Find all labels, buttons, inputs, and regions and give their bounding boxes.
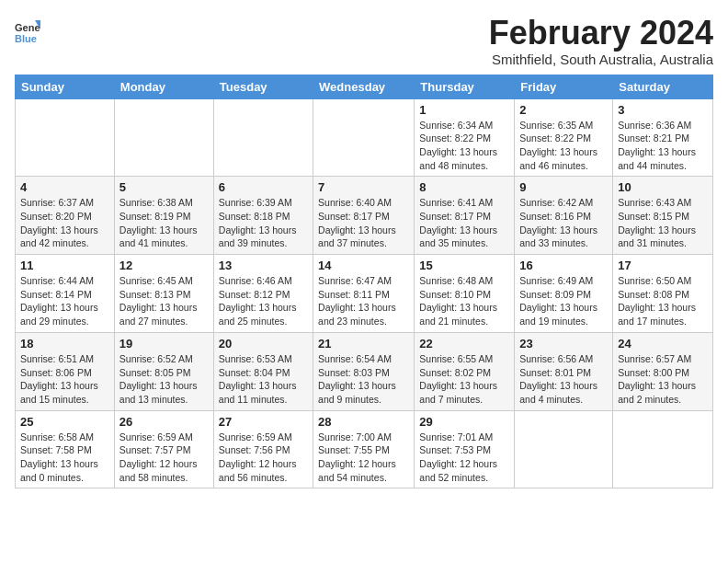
day-detail: Sunrise: 6:52 AM Sunset: 8:05 PM Dayligh… [119, 352, 209, 407]
calendar-cell: 15Sunrise: 6:48 AM Sunset: 8:10 PM Dayli… [415, 255, 515, 333]
day-detail: Sunrise: 6:43 AM Sunset: 8:15 PM Dayligh… [618, 196, 708, 250]
calendar-cell: 18Sunrise: 6:51 AM Sunset: 8:06 PM Dayli… [16, 332, 115, 410]
location-subtitle: Smithfield, South Australia, Australia [489, 52, 713, 67]
day-detail: Sunrise: 6:47 AM Sunset: 8:11 PM Dayligh… [318, 274, 409, 328]
day-detail: Sunrise: 6:54 AM Sunset: 8:03 PM Dayligh… [318, 352, 409, 407]
calendar-cell [613, 410, 713, 488]
day-detail: Sunrise: 6:40 AM Sunset: 8:17 PM Dayligh… [318, 196, 409, 250]
week-row-4: 18Sunrise: 6:51 AM Sunset: 8:06 PM Dayli… [16, 332, 713, 410]
calendar-cell: 28Sunrise: 7:00 AM Sunset: 7:55 PM Dayli… [313, 410, 415, 488]
calendar-cell: 23Sunrise: 6:56 AM Sunset: 8:01 PM Dayli… [515, 332, 613, 410]
day-detail: Sunrise: 6:53 AM Sunset: 8:04 PM Dayligh… [219, 352, 308, 407]
day-number: 6 [219, 180, 308, 194]
calendar-cell: 6Sunrise: 6:39 AM Sunset: 8:18 PM Daylig… [213, 177, 313, 255]
day-number: 20 [219, 337, 308, 350]
day-detail: Sunrise: 6:59 AM Sunset: 7:57 PM Dayligh… [119, 431, 209, 485]
day-detail: Sunrise: 6:55 AM Sunset: 8:02 PM Dayligh… [419, 352, 509, 407]
day-number: 1 [419, 103, 509, 117]
day-number: 26 [119, 415, 209, 429]
day-number: 18 [20, 337, 109, 350]
day-number: 8 [419, 180, 509, 194]
calendar-cell: 24Sunrise: 6:57 AM Sunset: 8:00 PM Dayli… [613, 332, 713, 410]
calendar-cell: 3Sunrise: 6:36 AM Sunset: 8:21 PM Daylig… [613, 98, 713, 177]
calendar-cell: 5Sunrise: 6:38 AM Sunset: 8:19 PM Daylig… [114, 177, 213, 255]
day-number: 29 [419, 415, 509, 429]
day-number: 23 [519, 337, 608, 350]
calendar-cell: 13Sunrise: 6:46 AM Sunset: 8:12 PM Dayli… [213, 255, 313, 333]
day-detail: Sunrise: 6:59 AM Sunset: 7:56 PM Dayligh… [219, 431, 308, 485]
calendar-cell [213, 98, 313, 177]
calendar-cell: 14Sunrise: 6:47 AM Sunset: 8:11 PM Dayli… [313, 255, 415, 333]
month-title: February 2024 [489, 15, 713, 52]
svg-text:Blue: Blue [15, 33, 37, 44]
col-tuesday: Tuesday [213, 75, 313, 98]
day-detail: Sunrise: 6:36 AM Sunset: 8:21 PM Dayligh… [618, 119, 708, 173]
week-row-5: 25Sunrise: 6:58 AM Sunset: 7:58 PM Dayli… [16, 410, 713, 488]
calendar-cell [515, 410, 613, 488]
day-number: 24 [618, 337, 708, 350]
calendar-cell [16, 98, 115, 177]
day-detail: Sunrise: 6:51 AM Sunset: 8:06 PM Dayligh… [20, 352, 109, 407]
title-block: February 2024 Smithfield, South Australi… [489, 15, 713, 67]
day-number: 15 [419, 259, 509, 272]
col-friday: Friday [515, 75, 613, 98]
day-number: 7 [318, 180, 409, 194]
day-detail: Sunrise: 7:01 AM Sunset: 7:53 PM Dayligh… [419, 431, 509, 485]
calendar-cell: 4Sunrise: 6:37 AM Sunset: 8:20 PM Daylig… [16, 177, 115, 255]
day-detail: Sunrise: 6:34 AM Sunset: 8:22 PM Dayligh… [419, 119, 509, 173]
calendar-cell: 16Sunrise: 6:49 AM Sunset: 8:09 PM Dayli… [515, 255, 613, 333]
week-row-3: 11Sunrise: 6:44 AM Sunset: 8:14 PM Dayli… [16, 255, 713, 333]
day-number: 27 [219, 415, 308, 429]
day-number: 13 [219, 259, 308, 272]
day-number: 10 [618, 180, 708, 194]
day-detail: Sunrise: 6:35 AM Sunset: 8:22 PM Dayligh… [519, 119, 608, 173]
day-detail: Sunrise: 7:00 AM Sunset: 7:55 PM Dayligh… [318, 431, 409, 485]
day-detail: Sunrise: 6:38 AM Sunset: 8:19 PM Dayligh… [119, 196, 209, 250]
day-number: 22 [419, 337, 509, 350]
page-header: General Blue February 2024 Smithfield, S… [15, 15, 713, 67]
calendar-cell: 21Sunrise: 6:54 AM Sunset: 8:03 PM Dayli… [313, 332, 415, 410]
calendar-cell: 1Sunrise: 6:34 AM Sunset: 8:22 PM Daylig… [415, 98, 515, 177]
col-sunday: Sunday [16, 75, 115, 98]
calendar-cell: 7Sunrise: 6:40 AM Sunset: 8:17 PM Daylig… [313, 177, 415, 255]
calendar-cell: 17Sunrise: 6:50 AM Sunset: 8:08 PM Dayli… [613, 255, 713, 333]
calendar-cell: 10Sunrise: 6:43 AM Sunset: 8:15 PM Dayli… [613, 177, 713, 255]
week-row-2: 4Sunrise: 6:37 AM Sunset: 8:20 PM Daylig… [16, 177, 713, 255]
calendar-cell: 2Sunrise: 6:35 AM Sunset: 8:22 PM Daylig… [515, 98, 613, 177]
day-detail: Sunrise: 6:44 AM Sunset: 8:14 PM Dayligh… [20, 274, 109, 328]
calendar-cell: 22Sunrise: 6:55 AM Sunset: 8:02 PM Dayli… [415, 332, 515, 410]
col-monday: Monday [114, 75, 213, 98]
day-number: 9 [519, 180, 608, 194]
day-number: 12 [119, 259, 209, 272]
svg-text:General: General [15, 22, 40, 33]
calendar-cell: 12Sunrise: 6:45 AM Sunset: 8:13 PM Dayli… [114, 255, 213, 333]
calendar-cell: 20Sunrise: 6:53 AM Sunset: 8:04 PM Dayli… [213, 332, 313, 410]
day-detail: Sunrise: 6:57 AM Sunset: 8:00 PM Dayligh… [618, 352, 708, 407]
day-number: 17 [618, 259, 708, 272]
day-number: 16 [519, 259, 608, 272]
day-detail: Sunrise: 6:42 AM Sunset: 8:16 PM Dayligh… [519, 196, 608, 250]
col-thursday: Thursday [415, 75, 515, 98]
day-detail: Sunrise: 6:46 AM Sunset: 8:12 PM Dayligh… [219, 274, 308, 328]
week-row-1: 1Sunrise: 6:34 AM Sunset: 8:22 PM Daylig… [16, 98, 713, 177]
logo-icon: General Blue [15, 18, 40, 44]
day-detail: Sunrise: 6:41 AM Sunset: 8:17 PM Dayligh… [419, 196, 509, 250]
day-detail: Sunrise: 6:58 AM Sunset: 7:58 PM Dayligh… [20, 431, 109, 485]
day-number: 3 [618, 103, 708, 117]
day-detail: Sunrise: 6:39 AM Sunset: 8:18 PM Dayligh… [219, 196, 308, 250]
day-number: 4 [20, 180, 109, 194]
calendar-cell: 9Sunrise: 6:42 AM Sunset: 8:16 PM Daylig… [515, 177, 613, 255]
day-number: 14 [318, 259, 409, 272]
day-detail: Sunrise: 6:48 AM Sunset: 8:10 PM Dayligh… [419, 274, 509, 328]
day-detail: Sunrise: 6:50 AM Sunset: 8:08 PM Dayligh… [618, 274, 708, 328]
day-number: 19 [119, 337, 209, 350]
calendar-cell: 29Sunrise: 7:01 AM Sunset: 7:53 PM Dayli… [415, 410, 515, 488]
day-detail: Sunrise: 6:56 AM Sunset: 8:01 PM Dayligh… [519, 352, 608, 407]
day-detail: Sunrise: 6:37 AM Sunset: 8:20 PM Dayligh… [20, 196, 109, 250]
day-number: 25 [20, 415, 109, 429]
calendar-cell: 26Sunrise: 6:59 AM Sunset: 7:57 PM Dayli… [114, 410, 213, 488]
logo: General Blue [15, 18, 40, 44]
day-detail: Sunrise: 6:49 AM Sunset: 8:09 PM Dayligh… [519, 274, 608, 328]
calendar-cell: 11Sunrise: 6:44 AM Sunset: 8:14 PM Dayli… [16, 255, 115, 333]
col-wednesday: Wednesday [313, 75, 415, 98]
